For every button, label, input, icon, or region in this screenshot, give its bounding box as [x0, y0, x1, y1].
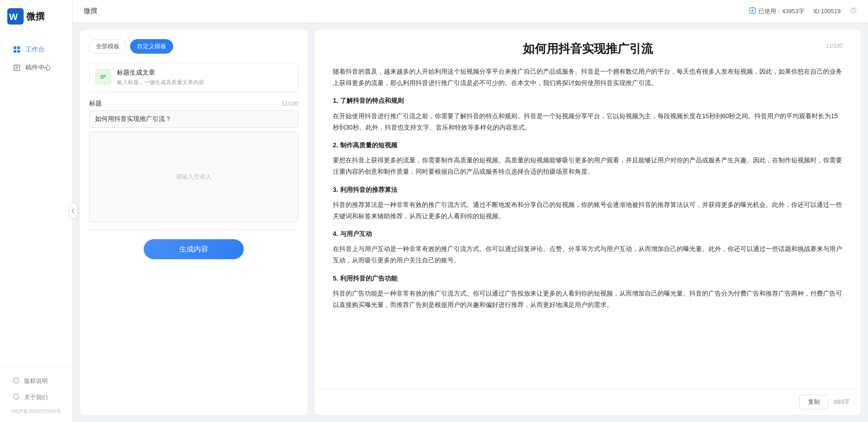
extra-placeholder-text: 请输入空录入 [176, 173, 211, 181]
article-header: 如何用抖音实现推广引流 11/100 [315, 30, 861, 62]
title-label: 标题 [89, 100, 102, 108]
article-paragraph: 在抖音上与用户互动是一种非常有效的推广引流方式。你可以通过回复评论、点赞、分享等… [333, 243, 843, 266]
content-area: 全部模板 自定义模板 标题生成文章 输入标题，一键生成高质量文章内容 [73, 23, 868, 422]
left-panel: 全部模板 自定义模板 标题生成文章 输入标题，一键生成高质量文章内容 [80, 30, 307, 415]
collapse-sidebar-button[interactable] [69, 203, 78, 219]
logo-area: W 微撰 [0, 0, 72, 33]
svg-text:W: W [9, 12, 18, 22]
template-card-desc: 输入标题，一键生成高质量文章内容 [117, 79, 204, 86]
sidebar-item-about[interactable]: i 关于我们 [4, 390, 69, 405]
usage-info: 已使用：43953字 [749, 7, 804, 15]
drafts-icon [13, 64, 21, 72]
article-footer: 复制 693字 [315, 389, 861, 415]
svg-text:©: © [15, 379, 18, 382]
word-count: 693字 [834, 398, 850, 406]
about-label: 关于我们 [24, 393, 48, 402]
template-tabs: 全部模板 自定义模板 [89, 39, 298, 54]
usage-label: 已使用：43953字 [758, 7, 804, 15]
article-paragraph: 抖音的推荐算法是一种非常有效的推广引流方式。通过不断地发布和分享自己的短视频，你… [333, 199, 843, 222]
form-section: 标题 12/100 请输入空录入 [89, 100, 298, 222]
generate-button[interactable]: 生成内容 [144, 239, 244, 259]
extra-input-area[interactable]: 请输入空录入 [89, 131, 298, 222]
article-paragraph: 1. 了解抖音的特点和规则 [333, 95, 843, 106]
title-label-row: 标题 12/100 [89, 100, 298, 108]
article-paragraph: 4. 与用户互动 [333, 228, 843, 240]
title-input[interactable] [89, 111, 298, 128]
main-area: 微撰 已使用：43953字 ID:100519 [73, 0, 868, 422]
sidebar-bottom: © 版权说明 i 关于我们 ©ICP备2022016946号 [0, 367, 72, 422]
logo-text: 微撰 [26, 10, 45, 23]
drafts-label: 稿件中心 [25, 64, 51, 72]
title-counter: 12/100 [281, 100, 298, 107]
logo-icon: W [7, 8, 24, 25]
topbar: 微撰 已使用：43953字 ID:100519 [73, 0, 868, 23]
copyright-label: 版权说明 [24, 377, 48, 385]
usage-icon [749, 7, 756, 15]
tab-custom-templates[interactable]: 自定义模板 [130, 39, 173, 54]
topbar-title: 微撰 [84, 7, 97, 15]
id-label: ID:100519 [813, 8, 841, 15]
article-paragraph: 抖音的广告功能是一种非常有效的推广引流方式。你可以通过广告投放来让更多的人看到你… [333, 288, 843, 311]
template-card-name: 标题生成文章 [117, 69, 204, 77]
sidebar-item-drafts[interactable]: 稿件中心 [4, 59, 69, 76]
topbar-right: 已使用：43953字 ID:100519 [749, 7, 857, 15]
about-icon: i [13, 393, 20, 402]
article-paragraph: 要想在抖音上获得更多的流量，你需要制作高质量的短视频。高质量的短视频能够吸引更多… [333, 155, 843, 177]
divider [89, 230, 298, 230]
workbench-icon [13, 45, 21, 54]
article-paragraph: 随着抖音的普及，越来越多的人开始利用这个短视频分享平台来推广自己的产品或服务。抖… [333, 66, 843, 89]
svg-text:i: i [16, 395, 17, 399]
power-icon[interactable] [850, 7, 857, 15]
icp-text: ©ICP备2022016946号 [0, 406, 72, 418]
template-card-icon [95, 69, 111, 85]
article-paragraph: 5. 利用抖音的广告功能 [333, 273, 843, 284]
sidebar-item-workbench[interactable]: 工作台 [4, 41, 69, 58]
sidebar-item-copyright[interactable]: © 版权说明 [4, 373, 69, 389]
template-card[interactable]: 标题生成文章 输入标题，一键生成高质量文章内容 [89, 63, 298, 92]
article-content: 随着抖音的普及，越来越多的人开始利用这个短视频分享平台来推广自己的产品或服务。抖… [315, 62, 861, 389]
sidebar-nav: 工作台 稿件中心 [0, 33, 72, 367]
svg-rect-2 [14, 46, 16, 49]
svg-rect-3 [17, 46, 20, 49]
svg-rect-5 [17, 50, 20, 53]
copy-button[interactable]: 复制 [799, 395, 828, 409]
copyright-icon: © [13, 377, 20, 385]
article-paragraph: 在开始使用抖音进行推广引流之前，你需要了解抖音的特点和规则。抖音是一个短视频分享… [333, 111, 843, 133]
sidebar: W 微撰 工作台 [0, 0, 73, 422]
page-indicator: 11/100 [826, 43, 843, 49]
article-paragraph: 3. 利用抖音的推荐算法 [333, 184, 843, 196]
article-title: 如何用抖音实现推广引流 [333, 41, 843, 57]
tab-all-templates[interactable]: 全部模板 [89, 39, 126, 54]
workbench-label: 工作台 [25, 45, 45, 54]
article-paragraph: 2. 制作高质量的短视频 [333, 140, 843, 151]
template-card-info: 标题生成文章 输入标题，一键生成高质量文章内容 [117, 69, 204, 86]
right-panel: 如何用抖音实现推广引流 11/100 随着抖音的普及，越来越多的人开始利用这个短… [315, 30, 861, 415]
svg-rect-4 [14, 50, 16, 53]
